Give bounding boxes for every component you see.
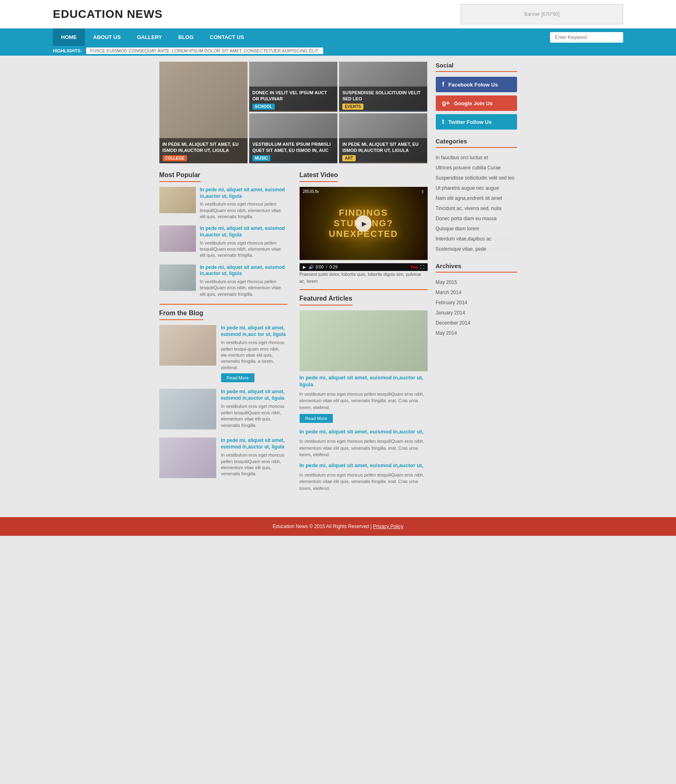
fullscreen-icon[interactable]: ⛶ [420, 265, 424, 269]
hero-main-title: IN PEDE MI, ALIQUET SIT AMET, EU ISMOD I… [163, 141, 244, 153]
featured-main-image [300, 310, 428, 371]
archive-item-3[interactable]: January 2014 [436, 308, 517, 318]
categories-section: Categories In faucibus orci luctus et Ul… [436, 138, 517, 254]
time-separator: / [326, 265, 327, 269]
nav-home[interactable]: HOME [53, 28, 85, 46]
two-col-section: Most Popular In pede mi, aliquet sit ame… [159, 171, 428, 495]
nav-blog[interactable]: BLOG [170, 28, 202, 46]
play-icon[interactable]: ▶ [303, 265, 306, 269]
hero-thumb-2-tag: EVENTS [342, 104, 363, 110]
featured-main-desc: In vestibulum eros eget rhoncus pellen t… [300, 391, 428, 411]
blog-item-3: In pede mi, aliquet sit amet, euismod in… [159, 437, 287, 480]
featured-read-more-button[interactable]: Read More [300, 414, 333, 423]
hero-thumb-1-tag: SCHOOL [252, 104, 275, 110]
category-item-0[interactable]: In faucibus orci luctus et [436, 153, 517, 163]
from-blog-title: From the Blog [159, 310, 203, 320]
time-current: 0:00 [316, 265, 324, 269]
volume-icon[interactable]: 🔊 [309, 265, 313, 269]
blog-body-1: In vestibulum eros eget rhoncus pellen t… [221, 340, 287, 371]
most-popular-title: Most Popular [159, 171, 200, 182]
category-item-3[interactable]: Ut pharetra augue nec augue [436, 183, 517, 193]
featured-item-2: In pede mi, aliquet sit amet, euismod in… [300, 462, 428, 492]
featured-desc-2: In vestibulum eros eget rhoncus pellen t… [300, 472, 428, 492]
video-filename: 28535.flv [303, 189, 320, 194]
privacy-policy-link[interactable]: Privacy Policy [373, 524, 404, 529]
archive-item-2[interactable]: February 2014 [436, 298, 517, 308]
featured-item-1: In pede mi, aliquet sit amet, euismod in… [300, 429, 428, 458]
hero-grid: IN PEDE MI, ALIQUET SIT AMET, EU ISMOD I… [159, 62, 428, 163]
video-share-icon[interactable]: ⇧ [421, 189, 424, 195]
hero-thumb-3[interactable]: VESTIBULUM ANTE IPSUM PRIMISLI QUET SIT … [249, 113, 337, 163]
footer: Education News © 2015 All Rights Reserve… [0, 517, 676, 536]
archive-item-1[interactable]: March 2014 [436, 288, 517, 298]
nav-about[interactable]: ABOUT US [85, 28, 129, 46]
divider [300, 289, 428, 290]
nav-contact[interactable]: CONTACT US [202, 28, 252, 46]
archive-item-0[interactable]: May 2015 [436, 277, 517, 288]
category-item-4[interactable]: Nam elit agna,endrerit sit amet [436, 193, 517, 204]
archive-item-5[interactable]: May 2014 [436, 328, 517, 338]
banner-placeholder: Banner [670*50] [461, 4, 623, 24]
category-item-9[interactable]: Scelerisque vitae, pede [436, 244, 517, 254]
from-blog-section: From the Blog In pede mi, aliquet sit am… [159, 304, 287, 480]
category-item-6[interactable]: Donec porta diam eu massa [436, 214, 517, 224]
blog-item-1: In pede mi, aliquet sit amet, euismod in… [159, 325, 287, 382]
social-title: Social [436, 62, 517, 72]
category-item-2[interactable]: Suspendisse sollicitudin velit sed leo [436, 173, 517, 183]
main-wrapper: IN PEDE MI, ALIQUET SIT AMET, EU ISMOD I… [159, 56, 517, 509]
hero-thumb-2-title: SUSPENDISSE SOLLICITUDIN VELIT SED LEO [342, 90, 424, 102]
popular-item-1[interactable]: In pede mi, aliquet sit amet, euismod in… [159, 187, 287, 220]
category-item-1[interactable]: Ultrices posuere cubilia Curae [436, 163, 517, 173]
popular-thumb-2 [159, 225, 196, 252]
blog-thumb-1 [159, 325, 216, 366]
blog-title-1: In pede mi, aliquet sit amet, euismod in… [221, 325, 287, 338]
video-player[interactable]: FINDINGSSTUNNING? UNEXPECTED 28535.flv ⇧ [300, 187, 428, 260]
archive-list: May 2015 March 2014 February 2014 Januar… [436, 277, 517, 338]
popular-thumb-1 [159, 187, 196, 213]
featured-title-2[interactable]: In pede mi, aliquet sit amet, euismod in… [300, 462, 428, 469]
category-item-8[interactable]: Interdum vitae,dapibus ac [436, 234, 517, 244]
blog-thumb-2 [159, 389, 216, 429]
video-controls[interactable]: ▶ 🔊 0:00 / 0:29 You ⛶ [300, 263, 428, 271]
featured-title-1[interactable]: In pede mi, aliquet sit amet, euismod in… [300, 429, 428, 435]
social-section: Social f Facebook Folow Us g+ Google Joi… [436, 62, 517, 130]
google-button[interactable]: g+ Google Join Us [436, 95, 517, 111]
main-nav: HOME ABOUT US GALLERY BLOG CONTACT US [0, 28, 676, 46]
blog-body-2: In vestibulum eros eget rhoncus pellen t… [221, 403, 287, 429]
hero-thumb-2-caption: SUSPENDISSE SOLLICITUDIN VELIT SED LEO E… [339, 87, 427, 112]
popular-body-2: In vestibulum eros eget rhoncus pellen t… [200, 240, 287, 259]
google-icon: g+ [442, 100, 450, 107]
hero-thumb-1[interactable]: DONEC IN VELIT VEL IPSUM AUCT OR PULVINA… [249, 62, 337, 112]
archive-item-4[interactable]: December 2014 [436, 318, 517, 328]
hero-thumb-1-caption: DONEC IN VELIT VEL IPSUM AUCT OR PULVINA… [249, 87, 337, 112]
hero-thumb-2[interactable]: SUSPENDISSE SOLLICITUDIN VELIT SED LEO E… [339, 62, 427, 112]
category-item-5[interactable]: Tincidunt ac, viverra sed, nulla [436, 204, 517, 214]
category-item-7[interactable]: Quisque diam lorem [436, 224, 517, 234]
popular-item-3[interactable]: In pede mi, aliquet sit amet, euismod in… [159, 264, 287, 297]
twitter-button[interactable]: t Twitter Follow Us [436, 114, 517, 130]
hero-main[interactable]: IN PEDE MI, ALIQUET SIT AMET, EU ISMOD I… [159, 62, 248, 163]
popular-body-1: In vestibulum eros eget rhoncus pellen t… [200, 201, 287, 220]
highlights-text: FUSCE EUISMOD CONSEQUAT ANTE. LOREM IPSU… [86, 48, 324, 54]
latest-video-title: Latest Video [300, 171, 338, 182]
facebook-button[interactable]: f Facebook Folow Us [436, 77, 517, 92]
hero-thumb-3-caption: VESTIBULUM ANTE IPSUM PRIMISLI QUET SIT … [249, 138, 337, 163]
popular-text-2: In pede mi, aliquet sit amet, euismod in… [200, 225, 287, 258]
popular-body-3: In vestibulum eros eget rhoncus pellen t… [200, 279, 287, 297]
blog-title-3: In pede mi, aliquet sit amet, euismod in… [221, 437, 287, 450]
hero-thumb-3-tag: MUSIC [252, 155, 270, 161]
archives-section: Archives May 2015 March 2014 February 20… [436, 262, 517, 338]
blog-item-2: In pede mi, aliquet sit amet, euismod in… [159, 389, 287, 431]
popular-item-2[interactable]: In pede mi, aliquet sit amet, euismod in… [159, 225, 287, 258]
featured-main-title[interactable]: In pede mi, aliquet sit amet, euismod in… [300, 375, 428, 388]
video-play-button[interactable] [355, 215, 372, 232]
popular-thumb-3 [159, 264, 196, 291]
nav-gallery[interactable]: GALLERY [129, 28, 170, 46]
popular-title-1: In pede mi, aliquet sit amet, euismod in… [200, 187, 287, 199]
hero-thumb-4[interactable]: IN PEDE MI, ALIQUET SIT AMET, EU ISMOD I… [339, 113, 427, 163]
hero-thumb-4-title: IN PEDE MI, ALIQUET SIT AMET, EU ISMOD I… [342, 141, 424, 153]
popular-title-2: In pede mi, aliquet sit amet, euismod in… [200, 225, 287, 238]
search-input[interactable] [550, 32, 623, 43]
sidebar: Social f Facebook Folow Us g+ Google Joi… [436, 62, 517, 503]
read-more-button-1[interactable]: Read More [221, 373, 254, 382]
